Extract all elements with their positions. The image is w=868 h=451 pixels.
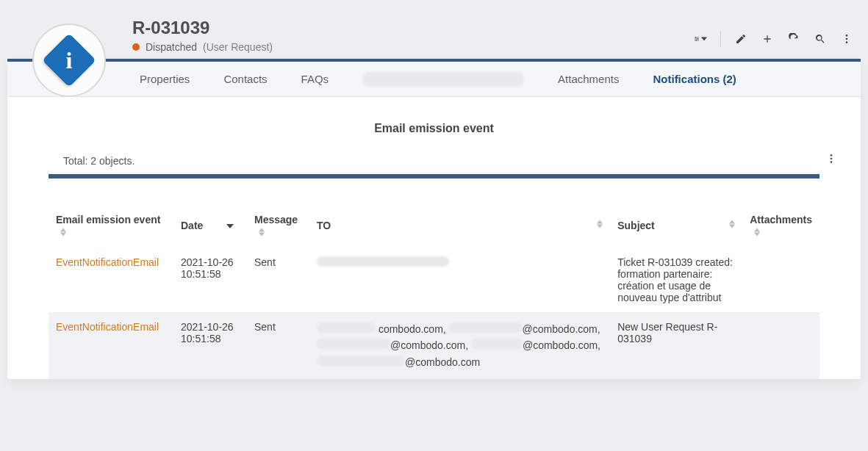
caret-down-icon [701,33,707,45]
redacted-email [471,339,523,349]
kebab-icon [841,33,853,45]
edit-button[interactable] [734,32,747,46]
object-avatar: i [32,24,106,97]
more-button[interactable] [840,32,853,46]
col-header-label: Attachments [750,214,812,226]
sort-icon [754,228,760,237]
message-cell: Sent [247,312,309,379]
email-domain: @combodo.com [405,356,480,368]
refresh-button[interactable] [787,32,800,46]
table-more-button[interactable] [825,153,837,168]
col-header-subject[interactable]: Subject [610,178,742,248]
sort-icon [60,228,66,237]
sort-icon [597,220,603,228]
sort-desc-icon [226,220,234,231]
toolbar-separator [720,31,721,47]
search-button[interactable] [814,32,827,46]
svg-point-8 [846,41,848,43]
svg-point-10 [831,158,833,160]
tab-contacts[interactable]: Contacts [223,73,267,85]
plus-icon [761,33,773,45]
redacted-email [317,356,405,366]
total-count: Total: 2 objects. [63,155,134,167]
date-cell: 2021-10-26 10:51:58 [173,248,247,312]
tab-faqs[interactable]: FAQs [301,73,329,85]
add-button[interactable] [761,32,774,46]
kebab-icon [825,153,837,165]
event-link[interactable]: EventNotificationEmail [49,248,173,312]
tab-notifications[interactable]: Notifications (2) [653,73,736,85]
col-header-label: Email emission event [56,214,160,226]
table-row: EventNotificationEmail 2021-10-26 10:51:… [49,312,819,379]
col-header-message[interactable]: Message [247,178,309,248]
svg-point-7 [846,38,848,40]
notifications-table: Email emission event Date [49,178,819,379]
svg-point-11 [831,161,833,163]
message-cell: Sent [247,248,309,312]
col-header-event[interactable]: Email emission event [49,178,173,248]
col-header-attachments[interactable]: Attachments [742,178,819,248]
search-icon [814,33,826,45]
col-header-label: Subject [617,220,655,231]
redacted-email [317,322,376,333]
svg-rect-1 [695,39,699,40]
pencil-icon [735,33,747,45]
tab-attachments[interactable]: Attachments [558,73,619,85]
svg-point-9 [831,154,833,156]
attachments-cell [742,312,819,379]
status-type: (User Request) [203,41,273,53]
email-domain: @combodo.com, [523,339,600,351]
tab-redacted[interactable] [362,72,524,87]
svg-rect-0 [695,37,699,38]
email-domain: @combodo.com, [523,323,600,335]
col-header-label: Message [254,214,298,226]
to-cell: combodo.com, @combodo.com, @combodo.com,… [309,312,610,379]
status-label: Dispatched [146,41,197,53]
status-dot-icon [132,43,140,51]
subject-cell: New User Request R-031039 [610,312,742,379]
refresh-icon [788,33,800,45]
attachments-cell [742,248,819,312]
tab-bar: Properties Contacts FAQs Attachments Not… [7,62,861,97]
svg-point-3 [695,37,696,37]
to-cell [309,248,610,312]
date-cell: 2021-10-26 10:51:58 [173,312,247,379]
event-link[interactable]: EventNotificationEmail [49,312,173,379]
subject-cell: Ticket R-031039 created: formation parte… [610,248,742,312]
svg-point-5 [696,40,697,40]
redacted-email [317,256,449,267]
col-header-label: Date [181,220,203,231]
main-card: Properties Contacts FAQs Attachments Not… [7,59,861,379]
col-header-label: TO [317,220,331,231]
table-container: Email emission event Date [49,174,819,379]
table-row: EventNotificationEmail 2021-10-26 10:51:… [49,248,819,312]
email-domain: @combodo.com, [390,339,468,351]
email-domain: combodo.com, [379,323,446,335]
col-header-to[interactable]: TO [309,178,610,248]
col-header-date[interactable]: Date [173,178,247,248]
redacted-email [449,322,523,333]
svg-point-4 [697,38,698,39]
section-title: Email emission event [374,122,494,134]
redacted-email [317,339,390,349]
adjust-button[interactable] [694,32,707,46]
sort-icon [259,228,265,237]
svg-point-6 [846,35,848,37]
sort-icon [729,220,735,228]
tab-properties[interactable]: Properties [140,73,190,85]
action-toolbar [694,31,853,47]
